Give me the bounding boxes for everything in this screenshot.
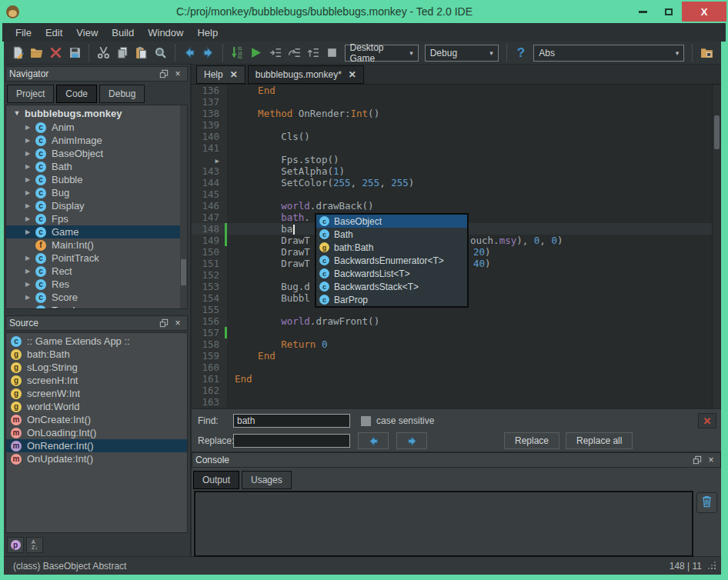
find-previous-button[interactable] [358, 432, 389, 449]
editor-tab-help[interactable]: Help✕ [196, 65, 245, 84]
toggle-private-button[interactable]: p [7, 537, 24, 553]
code-line[interactable]: 159 End [192, 350, 721, 362]
source-item-slog-string[interactable]: gsLog:String [6, 361, 187, 374]
tree-item-bath[interactable]: ▶cBath [6, 160, 187, 173]
step-into-button[interactable] [266, 44, 284, 62]
stop-button[interactable] [323, 44, 341, 62]
replace-input[interactable] [233, 434, 350, 448]
tab-close-icon[interactable]: ✕ [230, 69, 238, 80]
autocomplete-item-backwardslist-t-[interactable]: cBackwardsList<T> [316, 267, 467, 280]
tree-root[interactable]: ▼bubblebugs.monkey [6, 105, 187, 121]
console-output[interactable] [194, 491, 693, 557]
config-dropdown[interactable]: Debug▾ [425, 45, 499, 62]
source-item--game-extends-app-[interactable]: c:: Game Extends App :: [6, 335, 187, 348]
expand-arrow-icon[interactable]: ▶ [23, 189, 32, 196]
help-button[interactable]: ? [513, 44, 530, 62]
find-button[interactable] [152, 44, 169, 62]
tree-item-baseobject[interactable]: ▶cBaseObject [6, 147, 187, 160]
menu-view[interactable]: View [69, 25, 105, 41]
code-line[interactable]: 138 Method OnRender:Int() [192, 108, 721, 119]
build-folder-button[interactable] [698, 44, 716, 62]
source-item-bath-bath[interactable]: gbath:Bath [6, 348, 187, 361]
find-close-button[interactable]: ✕ [698, 413, 716, 428]
code-line[interactable]: 161End [192, 373, 721, 385]
new-file-button[interactable] [9, 44, 27, 62]
tab-close-icon[interactable]: ✕ [349, 69, 356, 80]
menu-help[interactable]: Help [190, 25, 225, 41]
goto-line-button[interactable]: 011001 [229, 44, 246, 62]
source-close-button[interactable]: × [172, 318, 184, 328]
resize-grip[interactable] [708, 562, 716, 570]
autocomplete-item-backwardsenumerator-t-[interactable]: cBackwardsEnumerator<T> [316, 254, 467, 267]
sort-alpha-button[interactable]: AZ↓ [26, 537, 43, 553]
code-line[interactable]: 136 End [192, 85, 721, 96]
source-item-onrender-int-[interactable]: mOnRender:Int() [6, 439, 187, 452]
autocomplete-item-bath-bath[interactable]: gbath:Bath [316, 241, 467, 254]
tree-item-touch[interactable]: ▶cTouch [6, 304, 187, 309]
tree-item-animimage[interactable]: ▶cAnimImage [6, 134, 187, 147]
source-item-onupdate-int-[interactable]: mOnUpdate:Int() [6, 452, 187, 465]
clear-console-button[interactable] [696, 492, 717, 513]
tab-code[interactable]: Code [56, 85, 97, 103]
navigator-close-button[interactable]: × [172, 68, 184, 79]
editor-scrollbar[interactable] [712, 85, 721, 408]
code-line[interactable]: 146 world.drawBack() [192, 200, 721, 212]
target-dropdown[interactable]: Desktop Game▾ [345, 45, 419, 62]
autocomplete-item-bath[interactable]: cBath [316, 228, 467, 241]
expand-arrow-icon[interactable]: ▶ [23, 150, 32, 157]
code-line[interactable]: 137 [192, 96, 721, 108]
code-line[interactable]: 143 SetAlpha(1) [192, 165, 721, 177]
expand-arrow-icon[interactable]: ▶ [23, 255, 32, 262]
menu-edit[interactable]: Edit [38, 25, 69, 41]
editor-scrollbar-thumb[interactable] [714, 115, 720, 149]
tree-item-res[interactable]: ▶cRes [6, 278, 187, 291]
tree-item-anim[interactable]: ▶cAnim [6, 121, 187, 134]
tree-item-rect[interactable]: ▶cRect [6, 265, 187, 278]
expand-arrow-icon[interactable]: ▶ [23, 137, 32, 144]
step-over-button[interactable] [286, 44, 303, 62]
navigator-scrollbar-thumb[interactable] [181, 259, 186, 285]
autocomplete-item-barprop[interactable]: cBarProp [316, 293, 467, 306]
close-file-button[interactable] [47, 44, 65, 62]
tab-debug[interactable]: Debug [99, 85, 145, 103]
expand-arrow-icon[interactable]: ▶ [23, 281, 32, 288]
back-button[interactable] [181, 44, 199, 62]
expand-arrow-icon[interactable]: ▶ [23, 202, 32, 209]
expand-arrow-icon[interactable]: ▶ [23, 268, 32, 275]
code-line[interactable]: 156 world.drawFront() [192, 315, 721, 327]
navigator-scrollbar[interactable] [180, 105, 187, 308]
code-line[interactable]: 140 Cls() [192, 131, 721, 142]
code-line[interactable]: 145 [192, 188, 721, 200]
code-line[interactable]: 144 SetColor(255, 255, 255) [192, 177, 721, 188]
expand-arrow-icon[interactable]: ▶ [23, 124, 32, 131]
tree-item-main-int-[interactable]: fMain:Int() [6, 238, 187, 252]
tree-item-pointtrack[interactable]: ▶cPointTrack [6, 252, 187, 265]
source-float-button[interactable] [158, 318, 170, 328]
replace-all-button[interactable]: Replace all [566, 432, 633, 449]
menu-window[interactable]: Window [141, 25, 190, 41]
autocomplete-item-baseobject[interactable]: cBaseObject [316, 215, 467, 228]
console-close-button[interactable]: × [705, 455, 717, 465]
navigator-float-button[interactable] [158, 68, 170, 79]
expand-arrow-icon[interactable]: ▶ [23, 163, 32, 170]
tree-item-bubble[interactable]: ▶cBubble [6, 173, 187, 186]
collapse-arrow-icon[interactable]: ▼ [12, 109, 22, 117]
maximize-button[interactable] [656, 2, 682, 22]
source-item-screenw-int[interactable]: gscreenW:Int [6, 387, 187, 400]
expand-arrow-icon[interactable]: ▶ [23, 176, 32, 183]
console-tab-output[interactable]: Output [193, 471, 239, 489]
case-sensitive-checkbox[interactable] [361, 416, 371, 426]
code-line[interactable]: ▶ Fps.stop() [192, 154, 721, 165]
tree-item-score[interactable]: ▶cScore [6, 291, 187, 304]
close-button[interactable]: X [682, 2, 726, 22]
tree-item-fps[interactable]: ▶cFps [6, 212, 187, 225]
minimize-button[interactable] [629, 2, 656, 22]
code-line[interactable]: 163 [192, 396, 721, 408]
expand-arrow-icon[interactable]: ▶ [23, 307, 32, 309]
step-out-button[interactable] [304, 44, 322, 62]
menu-build[interactable]: Build [105, 25, 141, 41]
code-line[interactable]: 160 [192, 362, 721, 373]
expand-arrow-icon[interactable]: ▶ [23, 228, 32, 235]
source-item-screenh-int[interactable]: gscreenH:Int [6, 374, 187, 387]
paste-button[interactable] [133, 44, 151, 62]
